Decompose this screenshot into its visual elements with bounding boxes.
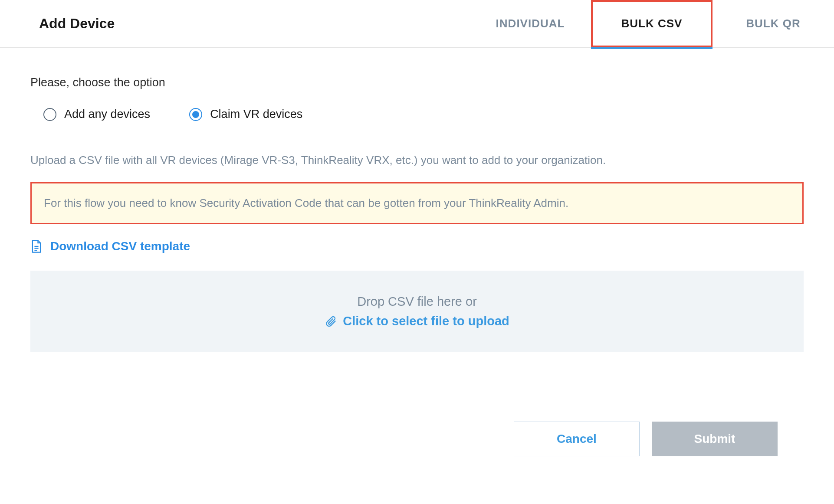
radio-group: Add any devices Claim VR devices [30, 108, 804, 121]
submit-button[interactable]: Submit [652, 422, 778, 456]
dropzone-select-link[interactable]: Click to select file to upload [39, 314, 795, 328]
tab-bulk-qr[interactable]: BULK QR [713, 0, 834, 47]
page-title: Add Device [39, 16, 115, 32]
dropzone-link-text: Click to select file to upload [343, 314, 509, 328]
radio-icon [43, 108, 56, 121]
tab-individual[interactable]: INDIVIDUAL [470, 0, 591, 47]
header: Add Device INDIVIDUAL BULK CSV BULK QR [0, 0, 834, 48]
radio-icon [189, 108, 202, 121]
download-link-text: Download CSV template [50, 239, 190, 253]
info-banner: For this flow you need to know Security … [30, 182, 804, 224]
radio-dot-icon [192, 111, 199, 118]
radio-label: Add any devices [64, 108, 150, 121]
footer-buttons: Cancel Submit [30, 422, 804, 456]
paperclip-icon [325, 315, 337, 327]
file-dropzone[interactable]: Drop CSV file here or Click to select fi… [30, 271, 804, 352]
radio-add-any-devices[interactable]: Add any devices [43, 108, 150, 121]
radio-label: Claim VR devices [210, 108, 302, 121]
radio-claim-vr-devices[interactable]: Claim VR devices [189, 108, 302, 121]
download-csv-template-link[interactable]: Download CSV template [30, 239, 804, 253]
info-banner-text: For this flow you need to know Security … [44, 196, 790, 210]
content: Please, choose the option Add any device… [0, 48, 834, 474]
upload-description: Upload a CSV file with all VR devices (M… [30, 154, 804, 167]
document-icon [30, 239, 43, 253]
dropzone-text: Drop CSV file here or [39, 295, 795, 309]
tab-bulk-csv[interactable]: BULK CSV [591, 0, 713, 47]
tabs: INDIVIDUAL BULK CSV BULK QR [470, 0, 834, 47]
option-prompt: Please, choose the option [30, 76, 804, 89]
cancel-button[interactable]: Cancel [514, 422, 640, 456]
